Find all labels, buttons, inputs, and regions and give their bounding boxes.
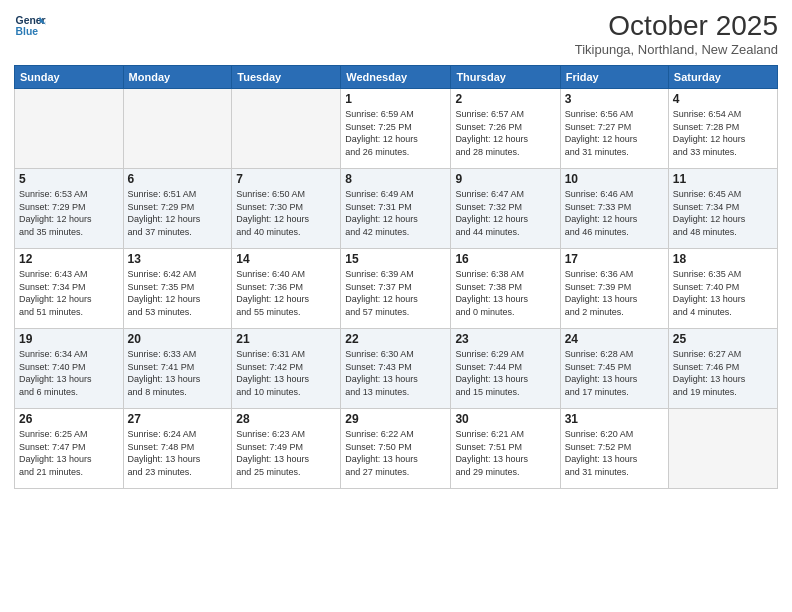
day-number: 24: [565, 332, 664, 346]
calendar-cell-w5-d2: 27Sunrise: 6:24 AMSunset: 7:48 PMDayligh…: [123, 409, 232, 489]
day-number: 3: [565, 92, 664, 106]
day-info: Sunrise: 6:49 AMSunset: 7:31 PMDaylight:…: [345, 188, 446, 238]
day-info: Sunrise: 6:42 AMSunset: 7:35 PMDaylight:…: [128, 268, 228, 318]
day-number: 15: [345, 252, 446, 266]
day-number: 25: [673, 332, 773, 346]
calendar-cell-w2-d2: 6Sunrise: 6:51 AMSunset: 7:29 PMDaylight…: [123, 169, 232, 249]
day-number: 21: [236, 332, 336, 346]
week-row-5: 26Sunrise: 6:25 AMSunset: 7:47 PMDayligh…: [15, 409, 778, 489]
day-number: 12: [19, 252, 119, 266]
calendar-header-row: Sunday Monday Tuesday Wednesday Thursday…: [15, 66, 778, 89]
day-number: 11: [673, 172, 773, 186]
svg-text:Blue: Blue: [16, 26, 39, 37]
day-info: Sunrise: 6:54 AMSunset: 7:28 PMDaylight:…: [673, 108, 773, 158]
col-thursday: Thursday: [451, 66, 560, 89]
calendar-cell-w2-d4: 8Sunrise: 6:49 AMSunset: 7:31 PMDaylight…: [341, 169, 451, 249]
logo: General Blue: [14, 10, 46, 42]
col-friday: Friday: [560, 66, 668, 89]
day-info: Sunrise: 6:45 AMSunset: 7:34 PMDaylight:…: [673, 188, 773, 238]
day-number: 7: [236, 172, 336, 186]
day-number: 30: [455, 412, 555, 426]
day-info: Sunrise: 6:51 AMSunset: 7:29 PMDaylight:…: [128, 188, 228, 238]
day-info: Sunrise: 6:30 AMSunset: 7:43 PMDaylight:…: [345, 348, 446, 398]
day-number: 26: [19, 412, 119, 426]
day-number: 27: [128, 412, 228, 426]
calendar-cell-w2-d3: 7Sunrise: 6:50 AMSunset: 7:30 PMDaylight…: [232, 169, 341, 249]
calendar-cell-w5-d6: 31Sunrise: 6:20 AMSunset: 7:52 PMDayligh…: [560, 409, 668, 489]
day-info: Sunrise: 6:33 AMSunset: 7:41 PMDaylight:…: [128, 348, 228, 398]
location: Tikipunga, Northland, New Zealand: [575, 42, 778, 57]
calendar: Sunday Monday Tuesday Wednesday Thursday…: [14, 65, 778, 489]
day-info: Sunrise: 6:35 AMSunset: 7:40 PMDaylight:…: [673, 268, 773, 318]
col-wednesday: Wednesday: [341, 66, 451, 89]
calendar-cell-w5-d1: 26Sunrise: 6:25 AMSunset: 7:47 PMDayligh…: [15, 409, 124, 489]
calendar-cell-w3-d2: 13Sunrise: 6:42 AMSunset: 7:35 PMDayligh…: [123, 249, 232, 329]
day-number: 5: [19, 172, 119, 186]
calendar-cell-w2-d7: 11Sunrise: 6:45 AMSunset: 7:34 PMDayligh…: [668, 169, 777, 249]
day-number: 22: [345, 332, 446, 346]
day-number: 23: [455, 332, 555, 346]
calendar-cell-w1-d3: [232, 89, 341, 169]
calendar-cell-w4-d1: 19Sunrise: 6:34 AMSunset: 7:40 PMDayligh…: [15, 329, 124, 409]
calendar-cell-w2-d1: 5Sunrise: 6:53 AMSunset: 7:29 PMDaylight…: [15, 169, 124, 249]
day-info: Sunrise: 6:24 AMSunset: 7:48 PMDaylight:…: [128, 428, 228, 478]
calendar-cell-w4-d5: 23Sunrise: 6:29 AMSunset: 7:44 PMDayligh…: [451, 329, 560, 409]
logo-icon: General Blue: [14, 10, 46, 42]
day-number: 10: [565, 172, 664, 186]
week-row-3: 12Sunrise: 6:43 AMSunset: 7:34 PMDayligh…: [15, 249, 778, 329]
title-area: October 2025 Tikipunga, Northland, New Z…: [575, 10, 778, 57]
calendar-cell-w4-d3: 21Sunrise: 6:31 AMSunset: 7:42 PMDayligh…: [232, 329, 341, 409]
calendar-cell-w3-d3: 14Sunrise: 6:40 AMSunset: 7:36 PMDayligh…: [232, 249, 341, 329]
day-info: Sunrise: 6:23 AMSunset: 7:49 PMDaylight:…: [236, 428, 336, 478]
calendar-cell-w4-d4: 22Sunrise: 6:30 AMSunset: 7:43 PMDayligh…: [341, 329, 451, 409]
day-number: 9: [455, 172, 555, 186]
col-tuesday: Tuesday: [232, 66, 341, 89]
day-number: 14: [236, 252, 336, 266]
calendar-cell-w2-d5: 9Sunrise: 6:47 AMSunset: 7:32 PMDaylight…: [451, 169, 560, 249]
calendar-cell-w2-d6: 10Sunrise: 6:46 AMSunset: 7:33 PMDayligh…: [560, 169, 668, 249]
calendar-cell-w5-d7: [668, 409, 777, 489]
page: General Blue October 2025 Tikipunga, Nor…: [0, 0, 792, 612]
header: General Blue October 2025 Tikipunga, Nor…: [14, 10, 778, 57]
day-info: Sunrise: 6:25 AMSunset: 7:47 PMDaylight:…: [19, 428, 119, 478]
day-info: Sunrise: 6:34 AMSunset: 7:40 PMDaylight:…: [19, 348, 119, 398]
day-info: Sunrise: 6:43 AMSunset: 7:34 PMDaylight:…: [19, 268, 119, 318]
day-number: 4: [673, 92, 773, 106]
day-info: Sunrise: 6:20 AMSunset: 7:52 PMDaylight:…: [565, 428, 664, 478]
day-info: Sunrise: 6:31 AMSunset: 7:42 PMDaylight:…: [236, 348, 336, 398]
month-title: October 2025: [575, 10, 778, 42]
day-info: Sunrise: 6:38 AMSunset: 7:38 PMDaylight:…: [455, 268, 555, 318]
day-info: Sunrise: 6:50 AMSunset: 7:30 PMDaylight:…: [236, 188, 336, 238]
day-number: 2: [455, 92, 555, 106]
day-number: 16: [455, 252, 555, 266]
day-number: 1: [345, 92, 446, 106]
week-row-1: 1Sunrise: 6:59 AMSunset: 7:25 PMDaylight…: [15, 89, 778, 169]
day-info: Sunrise: 6:27 AMSunset: 7:46 PMDaylight:…: [673, 348, 773, 398]
day-number: 19: [19, 332, 119, 346]
calendar-cell-w1-d7: 4Sunrise: 6:54 AMSunset: 7:28 PMDaylight…: [668, 89, 777, 169]
day-info: Sunrise: 6:36 AMSunset: 7:39 PMDaylight:…: [565, 268, 664, 318]
day-info: Sunrise: 6:28 AMSunset: 7:45 PMDaylight:…: [565, 348, 664, 398]
day-info: Sunrise: 6:21 AMSunset: 7:51 PMDaylight:…: [455, 428, 555, 478]
calendar-cell-w1-d5: 2Sunrise: 6:57 AMSunset: 7:26 PMDaylight…: [451, 89, 560, 169]
calendar-cell-w5-d5: 30Sunrise: 6:21 AMSunset: 7:51 PMDayligh…: [451, 409, 560, 489]
calendar-cell-w1-d4: 1Sunrise: 6:59 AMSunset: 7:25 PMDaylight…: [341, 89, 451, 169]
col-sunday: Sunday: [15, 66, 124, 89]
day-info: Sunrise: 6:22 AMSunset: 7:50 PMDaylight:…: [345, 428, 446, 478]
calendar-cell-w3-d5: 16Sunrise: 6:38 AMSunset: 7:38 PMDayligh…: [451, 249, 560, 329]
day-number: 17: [565, 252, 664, 266]
day-number: 29: [345, 412, 446, 426]
day-info: Sunrise: 6:29 AMSunset: 7:44 PMDaylight:…: [455, 348, 555, 398]
week-row-2: 5Sunrise: 6:53 AMSunset: 7:29 PMDaylight…: [15, 169, 778, 249]
day-number: 31: [565, 412, 664, 426]
col-monday: Monday: [123, 66, 232, 89]
calendar-cell-w4-d6: 24Sunrise: 6:28 AMSunset: 7:45 PMDayligh…: [560, 329, 668, 409]
day-info: Sunrise: 6:46 AMSunset: 7:33 PMDaylight:…: [565, 188, 664, 238]
calendar-cell-w1-d1: [15, 89, 124, 169]
calendar-cell-w3-d6: 17Sunrise: 6:36 AMSunset: 7:39 PMDayligh…: [560, 249, 668, 329]
calendar-cell-w3-d7: 18Sunrise: 6:35 AMSunset: 7:40 PMDayligh…: [668, 249, 777, 329]
week-row-4: 19Sunrise: 6:34 AMSunset: 7:40 PMDayligh…: [15, 329, 778, 409]
day-number: 20: [128, 332, 228, 346]
day-info: Sunrise: 6:39 AMSunset: 7:37 PMDaylight:…: [345, 268, 446, 318]
day-number: 13: [128, 252, 228, 266]
